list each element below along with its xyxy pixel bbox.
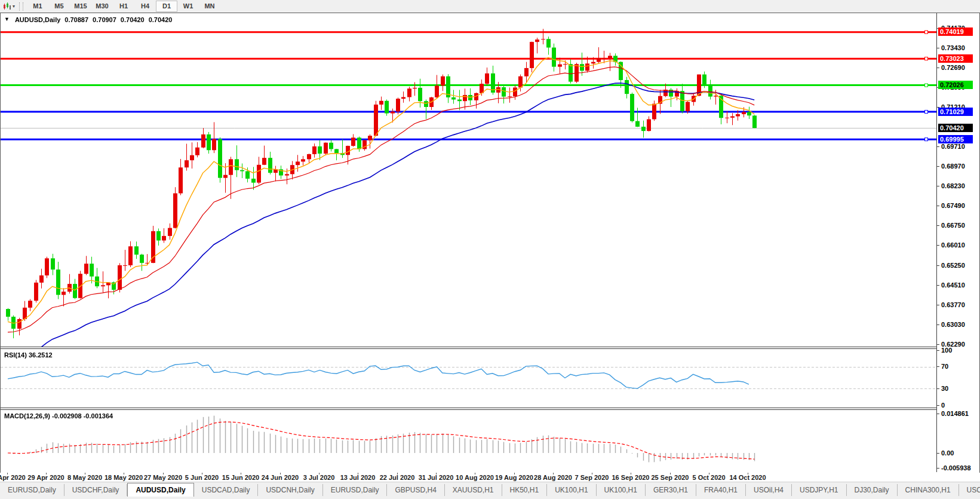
date-label: 5 Oct 2020 <box>692 474 725 481</box>
chart-tab-audusd-daily[interactable]: AUDUSD,Daily <box>127 483 193 497</box>
timeframe-button-m5[interactable]: M5 <box>48 1 70 12</box>
timeframe-button-m15[interactable]: M15 <box>70 1 91 12</box>
macd-axis-label-tick <box>937 468 939 469</box>
price-axis-label: 0.69710 <box>941 143 965 150</box>
date-label: 22 Jul 2020 <box>380 474 415 481</box>
price-axis-label-tick <box>937 285 939 286</box>
price-axis[interactable]: 0.741700.734300.726900.719500.712100.697… <box>936 13 979 472</box>
mt4-application: ▾ M1M5M15M30H1H4D1W1MN ▼ AUDUSD,Daily 0.… <box>0 0 980 499</box>
toolbar-grip[interactable] <box>19 2 23 11</box>
chart-tab-usdjpy-h1[interactable]: USDJPY,H1 <box>792 484 846 496</box>
chart-tab-usdcad-daily[interactable]: USDCAD,Daily <box>194 484 259 496</box>
date-label: 15 Jun 2020 <box>222 474 259 481</box>
rsi-axis-label-tick <box>937 350 939 351</box>
chart-tab-usdchf-daily[interactable]: USDCHF,Daily <box>64 484 128 496</box>
chart-tab-bar: EURUSD,DailyUSDCHF,DailyAUDUSD,DailyUSDC… <box>0 482 980 497</box>
timeframe-button-m1[interactable]: M1 <box>27 1 48 12</box>
macd-axis-label-tick <box>937 453 939 454</box>
date-label: 13 Jul 2020 <box>340 474 376 481</box>
date-label: 19 Aug 2020 <box>495 474 533 481</box>
rsi-axis-label: 100 <box>941 347 952 354</box>
chart-tab-fra40-h1[interactable]: FRA40,H1 <box>696 484 746 496</box>
price-axis-label-tick <box>937 186 939 186</box>
rsi-axis-label: 30 <box>941 385 948 392</box>
price-axis-label-tick <box>937 206 939 206</box>
panel-separator[interactable] <box>1 348 979 349</box>
date-label: 24 Jun 2020 <box>262 474 299 481</box>
date-label: 3 Jul 2020 <box>303 474 335 481</box>
timeframe-button-d1[interactable]: D1 <box>156 1 177 12</box>
chart-symbol: AUDUSD,Daily <box>15 16 60 23</box>
chart-tab-ger30-h1[interactable]: GER30,H1 <box>646 484 696 496</box>
price-axis-label: 0.65250 <box>941 262 965 269</box>
price-axis-label-tick <box>937 324 939 325</box>
rsi-axis-label-tick <box>937 388 939 389</box>
chart-tab-gbpusd-h4[interactable]: GBPUSD,H4 <box>387 484 444 496</box>
rsi-axis-label-tick <box>937 405 939 406</box>
price-axis-label: 0.73430 <box>941 44 965 51</box>
date-label: 18 May 2020 <box>105 474 143 481</box>
chart-tab-usdcnh-daily[interactable]: USDCNH,Daily <box>258 484 322 496</box>
rsi-indicator-label: RSI(14) 36.2512 <box>4 351 53 359</box>
timeframe-button-mn[interactable]: MN <box>199 1 220 12</box>
chart-tab-eurusd-daily[interactable]: EURUSD,Daily <box>323 484 388 496</box>
panel-separator[interactable] <box>1 347 979 347</box>
price-axis-label-tick <box>937 166 939 167</box>
price-axis-label: 0.67490 <box>941 202 965 209</box>
chart-tab-dj30-daily[interactable]: DJ30,Daily <box>847 484 898 496</box>
chart-tab-usoil-h1[interactable]: USOil,H1 <box>959 484 980 496</box>
ohlc-close: 0.70420 <box>149 16 173 23</box>
panel-separator[interactable] <box>1 409 979 410</box>
price-level-tag-support-2: 0.69995 <box>938 135 973 143</box>
date-label: 31 Jul 2020 <box>419 474 454 481</box>
date-label: 20 Apr 2020 <box>0 474 26 481</box>
date-label: 27 May 2020 <box>144 474 182 481</box>
date-label: 25 Sep 2020 <box>652 474 689 481</box>
price-axis-label: 0.63030 <box>941 321 965 328</box>
ohlc-low: 0.70420 <box>121 16 145 23</box>
price-axis-label: 0.66010 <box>941 241 965 249</box>
current-price-tag: 0.70420 <box>938 124 973 132</box>
price-axis-label-tick <box>937 245 939 246</box>
window-menu-caret-icon[interactable]: ▼ <box>4 16 10 23</box>
chart-tab-china300-h1[interactable]: CHINA300,H1 <box>898 484 959 496</box>
chart-title: ▼ AUDUSD,Daily 0.70887 0.70907 0.70420 0… <box>4 16 172 23</box>
chart-tab-hk50-h1[interactable]: HK50,H1 <box>502 484 548 496</box>
date-label: 8 May 2020 <box>67 474 102 481</box>
timeframe-buttons: M1M5M15M30H1H4D1W1MN <box>27 1 220 12</box>
macd-axis-label: 0.00 <box>941 449 954 457</box>
price-axis-label-tick <box>937 146 939 147</box>
ohlc-high: 0.70907 <box>93 16 116 23</box>
date-label: 5 Jun 2020 <box>185 474 219 481</box>
price-axis-label: 0.63770 <box>941 301 965 308</box>
macd-axis-label: 0.014861 <box>941 410 969 417</box>
date-label: 16 Sep 2020 <box>612 474 650 481</box>
timeframe-button-w1[interactable]: W1 <box>177 1 199 12</box>
timeframe-toolbar: ▾ M1M5M15M30H1H4D1W1MN <box>0 0 980 13</box>
timeframe-button-h4[interactable]: H4 <box>134 1 156 12</box>
macd-axis-label-tick <box>937 414 939 414</box>
candlestick-icon <box>3 2 11 10</box>
macd-indicator-label: MACD(12,26,9) -0.002908 -0.001364 <box>4 412 113 420</box>
price-chart-canvas[interactable] <box>1 13 936 472</box>
price-axis-label: 0.66750 <box>941 222 965 229</box>
price-axis-label-tick <box>937 265 939 266</box>
dropdown-caret-icon: ▾ <box>13 1 15 11</box>
timeframe-button-m30[interactable]: M30 <box>91 1 113 12</box>
date-label: 10 Aug 2020 <box>456 474 494 481</box>
chart-tab-usoil-h4[interactable]: USOil,H4 <box>746 484 792 496</box>
timeframe-button-h1[interactable]: H1 <box>113 1 134 12</box>
chart-tab-eurusd-daily[interactable]: EURUSD,Daily <box>0 484 64 496</box>
time-axis[interactable]: 20 Apr 202029 Apr 20208 May 202018 May 2… <box>0 473 980 482</box>
price-axis-label: 0.68230 <box>941 182 965 189</box>
price-axis-label: 0.64510 <box>941 281 965 289</box>
chart-tab-uk100-h1[interactable]: UK100,H1 <box>597 484 646 496</box>
chart-tab-uk100-h1[interactable]: UK100,H1 <box>547 484 596 496</box>
panel-separator[interactable] <box>1 408 979 408</box>
date-label: 7 Sep 2020 <box>575 474 609 481</box>
chart-tab-xauusd-h1[interactable]: XAUUSD,H1 <box>445 484 502 496</box>
price-level-tag-resistance-2: 0.73023 <box>938 54 973 63</box>
status-strip <box>0 497 980 499</box>
price-axis-label-tick <box>937 225 939 226</box>
chart-type-icon[interactable]: ▾ <box>1 1 17 11</box>
